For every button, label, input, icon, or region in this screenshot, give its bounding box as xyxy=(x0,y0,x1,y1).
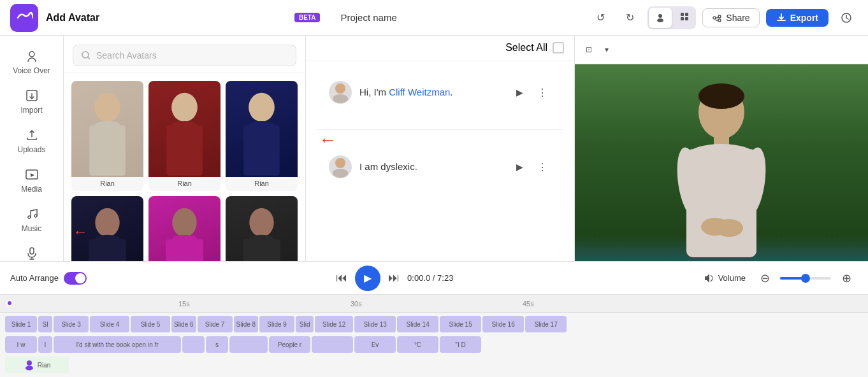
avatar-rian-3-name: Rian xyxy=(254,177,269,191)
slide-1[interactable]: Slide 1 xyxy=(5,316,37,332)
import-icon xyxy=(24,88,40,103)
export-label: Export xyxy=(790,13,818,23)
avatar-card-rian-3[interactable]: Rian xyxy=(226,81,298,191)
svg-point-51 xyxy=(698,83,744,109)
sidebar-item-voice-over[interactable]: Voice Over xyxy=(4,43,60,80)
sidebar-item-media[interactable]: Media xyxy=(4,162,60,199)
slide-9[interactable]: Slide 9 xyxy=(259,316,294,332)
app-logo[interactable] xyxy=(10,4,38,32)
play-script-1-button[interactable]: ▶ xyxy=(510,83,528,101)
preview-chevron-btn[interactable]: ▾ xyxy=(598,41,616,59)
script-toolbar: Select All xyxy=(306,36,574,60)
search-input[interactable] xyxy=(96,50,288,60)
zoom-out-button[interactable]: ⊖ xyxy=(753,267,776,290)
avatar-card-lana-3[interactable]: Lana xyxy=(226,196,298,261)
avatar-view-btn[interactable] xyxy=(649,8,672,28)
play-button[interactable]: ▶ xyxy=(355,266,380,291)
select-all-checkbox[interactable] xyxy=(553,42,564,53)
svg-point-27 xyxy=(171,121,198,130)
avatar-track: Rian xyxy=(5,356,863,374)
svg-point-0 xyxy=(658,14,662,18)
avatar-card-rian-1[interactable]: Rian xyxy=(71,81,143,191)
slide-14[interactable]: Slide 14 xyxy=(397,316,438,332)
svg-point-28 xyxy=(249,93,275,122)
skip-back-button[interactable]: ⏮ xyxy=(336,271,347,285)
preview-minimize-btn[interactable]: ⊡ xyxy=(580,41,598,59)
slide-2[interactable]: Sl xyxy=(38,316,52,332)
playhead-marker[interactable] xyxy=(6,300,13,306)
avatar-card-lana-1[interactable]: Lana xyxy=(71,196,143,261)
share-button[interactable]: Share xyxy=(702,8,759,27)
slide-12[interactable]: Slide 12 xyxy=(315,316,353,332)
svg-marker-12 xyxy=(31,173,34,177)
svg-point-24 xyxy=(94,121,120,130)
svg-rect-23 xyxy=(89,125,126,176)
svg-rect-2 xyxy=(681,13,684,16)
undo-button[interactable]: ↺ xyxy=(589,6,612,29)
text-cell-6[interactable] xyxy=(229,336,268,353)
timeline-tracks: Slide 1 Sl Slide 3 Slide 4 Slide 5 Slide… xyxy=(0,313,868,377)
slide-13[interactable]: Slide 13 xyxy=(354,316,396,332)
import-label: Import xyxy=(20,106,42,115)
svg-point-49 xyxy=(333,169,348,178)
text-cell-1[interactable]: I w xyxy=(5,336,37,353)
slide-5[interactable]: Slide 5 xyxy=(131,316,170,332)
slide-17[interactable]: Slide 17 xyxy=(525,316,567,332)
select-all-area[interactable]: Select All xyxy=(505,42,564,53)
sidebar-item-import[interactable]: Import xyxy=(4,83,60,120)
avatar-rian-1-name: Rian xyxy=(100,177,115,191)
more-script-2-button[interactable]: ⋮ xyxy=(533,158,551,176)
text-cell-9[interactable]: Ev xyxy=(354,336,396,353)
avatar-grid: Rian Rian xyxy=(64,73,305,261)
text-cell-8[interactable] xyxy=(312,336,353,353)
redo-button[interactable]: ↻ xyxy=(618,6,641,29)
sidebar-item-voice-cloning[interactable]: Voice Cloning xyxy=(4,241,60,261)
svg-point-46 xyxy=(335,83,345,94)
text-cell-5[interactable]: s xyxy=(206,336,228,353)
more-script-1-button[interactable]: ⋮ xyxy=(533,83,551,101)
avatar-track-label: Rian xyxy=(38,362,51,369)
script-content: Hi, I'm Cliff Weitzman. ▶ ⋮ I am dyslexi… xyxy=(306,60,574,261)
avatar-track-cell[interactable]: Rian xyxy=(5,357,69,373)
auto-arrange-toggle[interactable] xyxy=(64,272,87,285)
skip-forward-button[interactable]: ⏭ xyxy=(388,271,400,285)
svg-point-9 xyxy=(29,52,34,57)
sidebar-item-music[interactable]: Music xyxy=(4,201,60,238)
script-avatar-1 xyxy=(329,81,352,104)
script-avatar-2 xyxy=(329,155,352,178)
avatar-card-rian-2[interactable]: Rian xyxy=(148,81,221,191)
voice-over-label: Voice Over xyxy=(13,66,50,75)
slide-16[interactable]: Slide 16 xyxy=(482,316,524,332)
avatar-lana-2-img xyxy=(148,196,221,261)
sidebar-item-uploads[interactable]: Uploads xyxy=(4,122,60,159)
slide-slid[interactable]: Slid xyxy=(296,316,314,332)
text-cell-3[interactable]: I'd sit with the book open in fr xyxy=(54,336,181,353)
slide-4[interactable]: Slide 4 xyxy=(90,316,129,332)
export-button[interactable]: Export xyxy=(766,9,828,27)
zoom-slider[interactable] xyxy=(780,277,831,280)
project-name[interactable]: Project name xyxy=(328,12,581,23)
slide-8[interactable]: Slide 8 xyxy=(234,316,259,332)
zoom-in-button[interactable]: ⊕ xyxy=(835,267,858,290)
search-box[interactable] xyxy=(73,45,296,66)
text-cell-10[interactable]: °C xyxy=(397,336,438,353)
slide-15[interactable]: Slide 15 xyxy=(440,316,481,332)
time-display: 0:00.0 / 7:23 xyxy=(407,273,453,283)
volume-area: Volume xyxy=(703,273,746,284)
text-cell-7[interactable]: People r xyxy=(269,336,310,353)
play-script-2-button[interactable]: ▶ xyxy=(510,158,528,176)
main-area: Voice Over Import Uploads Media Music xyxy=(0,36,868,261)
uploads-label: Uploads xyxy=(17,145,45,154)
text-cell-11[interactable]: "I D xyxy=(440,336,481,353)
volume-icon xyxy=(703,273,714,284)
script-highlight-1: Cliff Weitzman xyxy=(389,87,450,97)
text-cell-2[interactable]: I xyxy=(38,336,52,353)
slide-7[interactable]: Slide 7 xyxy=(198,316,233,332)
layout-view-btn[interactable] xyxy=(673,6,696,27)
avatar-card-lana-2[interactable]: Lana xyxy=(148,196,221,261)
history-button[interactable] xyxy=(835,6,858,29)
text-cell-4[interactable] xyxy=(182,336,205,353)
slide-6[interactable]: Slide 6 xyxy=(171,316,196,332)
slide-3[interactable]: Slide 3 xyxy=(54,316,89,332)
media-label: Media xyxy=(21,185,42,194)
